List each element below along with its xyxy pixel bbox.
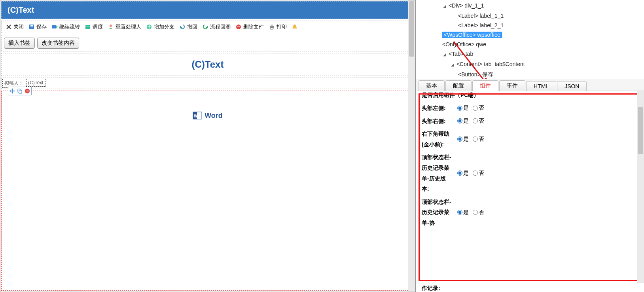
props-scrollbar[interactable]: [637, 91, 644, 283]
print-icon: [269, 24, 275, 30]
bell-icon: [292, 24, 298, 30]
canvas-scrollbar-thumb[interactable]: [409, 1, 414, 57]
continue-flow-button[interactable]: 继续流转: [51, 23, 80, 30]
close-icon: [6, 24, 12, 30]
schedule-button[interactable]: 调度: [85, 23, 103, 30]
designer-canvas: (C)Text 关闭 保存 继续流转 调度 重置处理人 增加分支 撤回 流程回溯…: [0, 0, 415, 292]
svg-rect-14: [26, 91, 29, 91]
inspector-panel: ◢ <Div> div_1_1 <Label> label_1_1 <Label…: [415, 0, 644, 292]
canvas-scrollbar[interactable]: [408, 0, 415, 292]
bell-button[interactable]: [292, 24, 298, 30]
svg-rect-10: [271, 28, 273, 29]
properties-pane: 是否启用组件（PC端） 头部左侧: 是 否 头部右侧: 是 否: [416, 91, 644, 283]
expand-icon[interactable]: ◢: [450, 60, 455, 70]
tab-component[interactable]: 组件: [472, 80, 498, 91]
prop-label-cutoff: 作记录:: [416, 283, 644, 292]
expand-icon[interactable]: ◢: [442, 2, 447, 11]
tree-node-onlyoffice[interactable]: <OnlyOffice> qwe: [419, 40, 642, 49]
copy-button[interactable]: [16, 87, 23, 95]
svg-rect-12: [19, 90, 22, 93]
small-boxes-row: 拟稿人： (C)Text: [1, 78, 414, 89]
tree-node-label[interactable]: <Label> label_1_1: [419, 11, 642, 21]
schedule-icon: [85, 24, 91, 30]
property-tabs: 基本 配置 组件 事件 HTML JSON: [416, 79, 644, 91]
svg-rect-3: [85, 25, 90, 29]
add-branch-button[interactable]: 增加分支: [146, 23, 174, 30]
svg-rect-1: [30, 25, 33, 27]
svg-rect-9: [271, 25, 273, 26]
tab-config[interactable]: 配置: [445, 80, 472, 91]
insert-bookmark-button[interactable]: 插入书签: [4, 38, 35, 49]
delete-icon: [235, 24, 242, 30]
tree-node-div[interactable]: ◢ <Div> div_1_1: [419, 1, 642, 11]
tab-event[interactable]: 事件: [499, 80, 525, 91]
tab-basic[interactable]: 基本: [419, 80, 445, 91]
mini-toolbar: [8, 87, 32, 95]
user-icon: [108, 24, 114, 30]
tab-json[interactable]: JSON: [557, 81, 587, 91]
move-button[interactable]: [9, 87, 16, 95]
tree-node-label[interactable]: <Label> label_2_1: [419, 21, 642, 30]
tree-node-button[interactable]: <Button> 保存: [419, 70, 642, 79]
tab-html[interactable]: HTML: [526, 81, 556, 91]
component-tree: ◢ <Div> div_1_1 <Label> label_1_1 <Label…: [416, 0, 644, 79]
svg-text:W: W: [194, 114, 198, 118]
ctext-box[interactable]: (C)Text: [26, 79, 45, 87]
svg-rect-2: [52, 25, 56, 28]
svg-rect-7: [237, 27, 240, 27]
change-bookmark-button[interactable]: 改变书签内容: [37, 38, 79, 49]
sub-toolbar: 插入书签 改变书签内容: [1, 35, 414, 51]
tree-node-content[interactable]: ◢ <Content> tab_tab$Content: [419, 59, 642, 70]
add-branch-icon: [146, 24, 152, 30]
word-icon: W: [193, 111, 202, 120]
word-component-area[interactable]: W Word: [1, 91, 414, 291]
undo-icon: [179, 24, 186, 30]
main-toolbar: 关闭 保存 继续流转 调度 重置处理人 增加分支 撤回 流程回溯 删除文件 打印: [1, 21, 414, 33]
content-title: (C)Text: [1, 53, 414, 76]
props-scrollbar-thumb[interactable]: [638, 107, 643, 154]
continue-flow-icon: [51, 24, 58, 30]
undo-button[interactable]: 撤回: [179, 23, 197, 30]
delete-file-button[interactable]: 删除文件: [235, 23, 264, 30]
close-button[interactable]: 关闭: [6, 23, 24, 30]
save-button[interactable]: 保存: [28, 23, 47, 30]
save-icon: [28, 24, 35, 30]
flow-back-icon: [202, 24, 208, 30]
highlight-box: [419, 93, 642, 281]
tree-node-wpsoffice[interactable]: <WpsOffice> wpsoffice: [419, 30, 642, 40]
svg-point-4: [110, 25, 112, 27]
title-bar: (C)Text: [1, 1, 414, 19]
print-button[interactable]: 打印: [269, 23, 287, 30]
expand-icon[interactable]: ◢: [442, 50, 447, 59]
tree-node-tab[interactable]: ◢ <Tab> tab: [419, 49, 642, 59]
delete-button[interactable]: [24, 87, 31, 95]
word-label: W Word: [193, 111, 223, 120]
reset-handler-button[interactable]: 重置处理人: [108, 23, 141, 30]
flow-back-button[interactable]: 流程回溯: [202, 23, 231, 30]
